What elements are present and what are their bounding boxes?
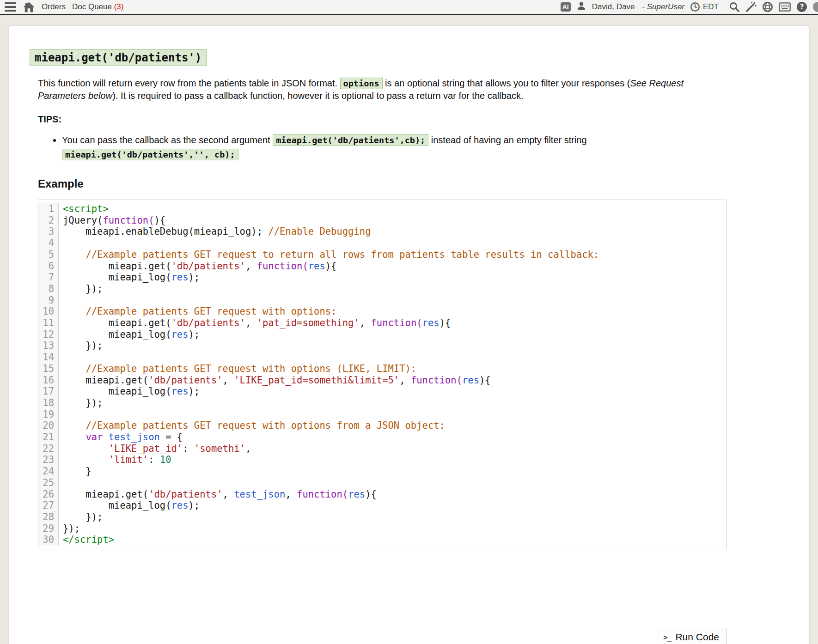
line-number: 23: [38, 454, 59, 466]
code-line: 15 //Example patients GET request with o…: [38, 363, 726, 375]
tip-item: You can pass the callback as the second …: [62, 133, 709, 162]
code-line: 18 });: [38, 397, 726, 409]
code-line: 24 }: [38, 466, 726, 477]
code-line-text: mieapi.get('db/patients', 'LIKE_pat_id=s…: [59, 375, 491, 386]
code-line: 11 mieapi.get('db/patients', 'pat_id=som…: [38, 317, 726, 329]
code-line: 30</script>: [38, 534, 726, 546]
nav-doc-queue[interactable]: Doc Queue (3): [72, 2, 124, 12]
line-number: 27: [38, 500, 59, 511]
timezone-label: EDT: [703, 2, 719, 12]
code-line-text: mieapi_log(res);: [59, 329, 200, 340]
intro-paragraph: This function will return every row from…: [38, 77, 717, 102]
run-code-button[interactable]: >_ Run Code: [656, 628, 726, 644]
code-line-text: 'LIKE_pat_id': 'somethi',: [59, 443, 251, 455]
line-number: 10: [38, 306, 59, 317]
tips-heading: TIPS:: [38, 114, 717, 125]
code-line-text: });: [59, 283, 103, 295]
help-icon[interactable]: ?: [796, 1, 807, 12]
clock-icon[interactable]: [690, 2, 700, 12]
code-line: 25: [38, 477, 726, 489]
line-number: 1: [38, 203, 59, 215]
globe-icon[interactable]: [762, 1, 773, 12]
search-icon[interactable]: [729, 1, 740, 12]
line-number: 14: [38, 352, 59, 363]
hamburger-icon: [5, 2, 16, 12]
code-line-text: mieapi.get('db/patients', test_json, fun…: [59, 489, 377, 500]
line-number: 22: [38, 443, 59, 455]
wand-icon[interactable]: [745, 1, 757, 12]
line-number: 30: [38, 534, 59, 546]
code-line-text: <script>: [59, 203, 109, 215]
nav-orders[interactable]: Orders: [42, 2, 66, 12]
code-line: 23 'limit': 10: [38, 454, 726, 466]
line-number: 16: [38, 375, 59, 386]
user-name: David, Dave: [592, 2, 635, 12]
ai-badge[interactable]: AI: [561, 2, 571, 12]
code-line-text: [59, 409, 63, 420]
code-line: 20 //Example patients GET request with o…: [38, 420, 726, 431]
code-line-text: var test_json = {: [59, 431, 183, 443]
code-line: 2jQuery(function(){: [38, 215, 726, 226]
code-line: 27 mieapi_log(res);: [38, 500, 726, 511]
code-line-text: 'limit': 10: [59, 454, 171, 466]
inline-code: mieapi.get('db/patients',cb);: [273, 134, 428, 146]
inline-code: mieapi.get('db/patients','', cb);: [62, 149, 238, 160]
line-number: 12: [38, 329, 59, 340]
user-icon: [576, 1, 586, 13]
code-line-text: [59, 352, 63, 363]
line-number: 21: [38, 431, 59, 443]
line-number: 26: [38, 489, 59, 500]
menu-icon[interactable]: [5, 2, 16, 12]
line-number: 15: [38, 363, 59, 375]
line-number: 25: [38, 477, 59, 489]
code-line: 7 mieapi_log(res);: [38, 272, 726, 283]
code-line-text: //Example patients GET request to return…: [59, 249, 599, 261]
line-number: 28: [38, 511, 59, 523]
code-line-text: </script>: [59, 534, 114, 546]
home-icon[interactable]: [23, 1, 35, 13]
line-number: 4: [38, 237, 59, 249]
code-line-text: });: [59, 340, 103, 352]
code-line: 21 var test_json = {: [38, 431, 726, 443]
svg-text:?: ?: [800, 3, 804, 11]
run-code-label: Run Code: [675, 632, 719, 643]
line-number: 9: [38, 295, 59, 306]
tips-list: You can pass the callback as the second …: [38, 133, 717, 162]
topbar-left: Orders Doc Queue (3): [5, 0, 123, 14]
code-line: 28 });: [38, 511, 726, 523]
code-line-text: [59, 477, 63, 489]
code-line: 16 mieapi.get('db/patients', 'LIKE_pat_i…: [38, 375, 726, 386]
code-line-text: }: [59, 466, 92, 477]
code-line: 6 mieapi.get('db/patients', function(res…: [38, 261, 726, 272]
terminal-prompt-icon: >_: [663, 633, 671, 642]
line-number: 20: [38, 420, 59, 431]
line-number: 2: [38, 215, 59, 226]
line-number: 11: [38, 317, 59, 329]
line-number: 18: [38, 397, 59, 409]
code-line-text: });: [59, 523, 80, 535]
code-line-text: //Example patients GET request with opti…: [59, 363, 416, 375]
line-number: 29: [38, 523, 59, 535]
partial-icon[interactable]: [813, 2, 818, 12]
code-line-text: });: [59, 397, 103, 409]
keyboard-icon[interactable]: [779, 2, 791, 12]
code-line-text: //Example patients GET request with opti…: [59, 306, 336, 317]
code-line: 3 mieapi.enableDebug(mieapi_log); //Enab…: [38, 226, 726, 237]
code-example-block: 1<script>2jQuery(function(){3 mieapi.ena…: [38, 200, 726, 549]
topbar-right: AI David, Dave - SuperUser EDT ?: [561, 0, 818, 14]
top-navigation-bar: Orders Doc Queue (3) AI David, Dave - Su…: [0, 0, 818, 15]
line-number: 7: [38, 272, 59, 283]
doc-queue-label: Doc Queue: [72, 2, 112, 11]
line-number: 17: [38, 386, 59, 397]
code-line-text: //Example patients GET request with opti…: [59, 420, 445, 431]
line-number: 5: [38, 249, 59, 261]
code-line: 29});: [38, 523, 726, 535]
code-line-text: mieapi.enableDebug(mieapi_log); //Enable…: [59, 226, 371, 237]
code-line: 14: [38, 352, 726, 363]
code-line: 13 });: [38, 340, 726, 352]
line-number: 8: [38, 283, 59, 295]
code-line-text: jQuery(function(){: [59, 215, 165, 226]
code-line: 12 mieapi_log(res);: [38, 329, 726, 340]
line-number: 24: [38, 466, 59, 477]
line-number: 19: [38, 409, 59, 420]
